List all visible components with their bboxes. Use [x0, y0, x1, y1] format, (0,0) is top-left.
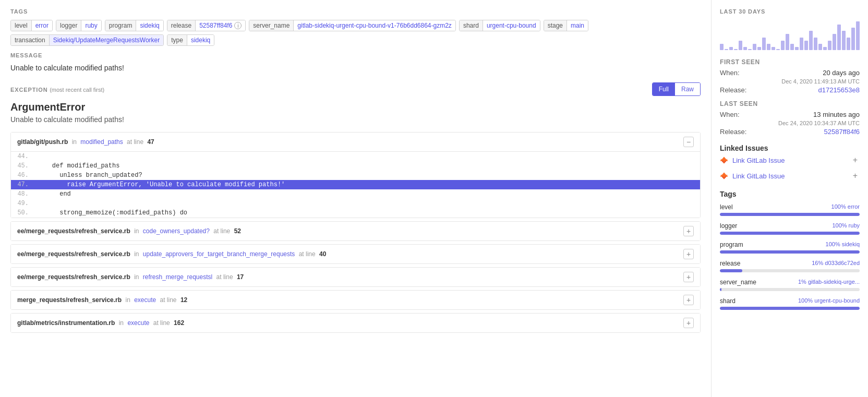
- line-number: 12: [180, 296, 187, 304]
- line-number: 17: [237, 273, 244, 281]
- linked-issue-link[interactable]: Link GitLab Issue: [720, 156, 785, 164]
- tag-key: server_name: [249, 20, 294, 31]
- last-when-date: Dec 24, 2020 10:34:37 AM UTC: [778, 120, 860, 126]
- filename: merge_requests/refresh_service.rb: [17, 296, 122, 304]
- chart-bar: [823, 47, 827, 50]
- tag-bar-track: [720, 307, 860, 310]
- tag-pair-type[interactable]: typesidekiq: [167, 34, 214, 46]
- last-when-key: When:: [720, 111, 740, 118]
- tags-container: levelerrorloggerrubyprogramsidekiqreleas…: [10, 20, 701, 46]
- expand-btn[interactable]: +: [683, 226, 694, 236]
- filename: ee/merge_requests/refresh_service.rb: [17, 250, 130, 258]
- line-number-col: 47.: [11, 181, 37, 188]
- expand-btn[interactable]: +: [683, 295, 694, 305]
- chart-bar: [781, 41, 785, 50]
- tag-bar-header: program100% sidekiq: [720, 241, 860, 248]
- expand-btn[interactable]: +: [683, 249, 694, 259]
- tag-pair-level[interactable]: levelerror: [10, 20, 53, 31]
- last30days-label: LAST 30 DAYS: [720, 8, 860, 15]
- chart-bar: [729, 47, 733, 50]
- add-issue-btn[interactable]: +: [851, 171, 860, 181]
- tag-key: transaction: [11, 35, 50, 45]
- tag-bar-row: shard100% urgent-cpu-bound: [720, 297, 860, 310]
- tag-pair-transaction[interactable]: transactionSidekiq/UpdateMergeRequestsWo…: [10, 34, 164, 46]
- linked-issue-link[interactable]: Link GitLab Issue: [720, 172, 785, 180]
- tag-pair-logger[interactable]: loggerruby: [56, 20, 102, 31]
- func-name: code_owners_updated?: [143, 227, 210, 235]
- chart-bar: [833, 34, 836, 50]
- chart-bar: [720, 44, 724, 50]
- tags-section: TAGS levelerrorloggerrubyprogramsidekiqr…: [10, 8, 701, 46]
- linked-issues-label: Linked Issues: [720, 144, 768, 152]
- line-number-col: 49.: [11, 200, 37, 207]
- code-line: 44.: [11, 152, 700, 161]
- stack-frame-header[interactable]: gitlab/git/push.rb in modified_paths at …: [11, 133, 700, 151]
- tag-bar-value[interactable]: 100% urgent-cpu-bound: [798, 297, 860, 305]
- tag-bar-track: [720, 213, 860, 216]
- tag-bar-value[interactable]: 100% sidekiq: [826, 241, 860, 248]
- collapse-btn[interactable]: −: [683, 137, 694, 147]
- info-icon[interactable]: i: [234, 22, 242, 29]
- tag-pair-release[interactable]: release52587ff84f6i: [167, 20, 246, 31]
- last-when-date-row: Dec 24, 2020 10:34:37 AM UTC: [720, 120, 860, 126]
- tag-pair-stage[interactable]: stagemain: [544, 20, 588, 31]
- stack-frame-header[interactable]: gitlab/metrics/instrumentation.rb in exe…: [11, 314, 700, 332]
- chart-bar: [842, 31, 846, 50]
- mini-chart: [720, 19, 860, 50]
- last-release-value[interactable]: 52587ff84f6: [824, 128, 860, 136]
- line-number: 52: [234, 227, 241, 235]
- tag-key: shard: [460, 20, 483, 31]
- message-text: Unable to calculate modified paths!: [10, 64, 701, 72]
- sidebar: LAST 30 DAYS FIRST SEEN When: 20 days ag…: [712, 0, 868, 397]
- linked-issue-label[interactable]: Link GitLab Issue: [732, 172, 785, 180]
- stack-frame-header[interactable]: ee/merge_requests/refresh_service.rb in …: [11, 268, 700, 286]
- error-message-text: Unable to calculate modified paths!: [10, 115, 701, 124]
- tag-value[interactable]: sidekiq: [136, 20, 163, 31]
- exception-section: EXCEPTION (most recent call first) Full …: [10, 82, 701, 333]
- tag-key: level: [11, 20, 32, 31]
- stack-frame: gitlab/metrics/instrumentation.rb in exe…: [10, 313, 701, 333]
- exception-label: EXCEPTION: [10, 87, 48, 93]
- tag-bar-fill: [720, 213, 860, 216]
- tag-bar-header: level100% error: [720, 203, 860, 211]
- tag-value[interactable]: Sidekiq/UpdateMergeRequestsWorker: [50, 35, 164, 45]
- tag-value[interactable]: sidekiq: [187, 35, 214, 45]
- func-name: execute: [127, 319, 149, 327]
- expand-btn[interactable]: +: [683, 318, 694, 328]
- stack-frame-header[interactable]: ee/merge_requests/refresh_service.rb in …: [11, 245, 700, 263]
- stack-frame-header[interactable]: merge_requests/refresh_service.rb in exe…: [11, 291, 700, 309]
- tag-value[interactable]: ruby: [81, 20, 101, 31]
- chart-bar: [767, 44, 770, 50]
- tag-bar-header: release16% d033d6c72ed: [720, 260, 860, 267]
- stack-frame: ee/merge_requests/refresh_service.rb in …: [10, 221, 701, 241]
- tag-bar-value[interactable]: 16% d033d6c72ed: [812, 260, 860, 267]
- tag-key: type: [167, 35, 187, 45]
- first-release-value[interactable]: d17215653e8: [818, 86, 860, 94]
- tag-bar-value[interactable]: 1% gitlab-sidekiq-urge...: [798, 279, 860, 286]
- tag-value[interactable]: urgent-cpu-bound: [483, 20, 540, 31]
- chart-bar: [800, 38, 803, 50]
- tag-pair-shard[interactable]: shardurgent-cpu-bound: [459, 20, 540, 31]
- tag-pair-server_name[interactable]: server_namegitlab-sidekiq-urgent-cpu-bou…: [249, 20, 456, 31]
- tag-bar-value[interactable]: 100% ruby: [832, 222, 860, 230]
- tag-value[interactable]: gitlab-sidekiq-urgent-cpu-bound-v1-76b6d…: [294, 20, 455, 31]
- tag-bar-value[interactable]: 100% error: [831, 203, 860, 211]
- line-content: strong_memoize(:modified_paths) do: [37, 209, 700, 216]
- chart-bar: [804, 41, 808, 50]
- last-when-value: 13 minutes ago: [813, 111, 860, 118]
- first-when-date-row: Dec 4, 2020 11:49:13 AM UTC: [720, 78, 860, 85]
- tag-value[interactable]: 52587ff84f6i: [196, 20, 245, 31]
- stack-frame-header[interactable]: ee/merge_requests/refresh_service.rb in …: [11, 222, 700, 240]
- full-btn[interactable]: Full: [653, 83, 675, 95]
- tag-bar-row: logger100% ruby: [720, 222, 860, 235]
- line-content: end: [37, 190, 700, 198]
- tag-pair-program[interactable]: programsidekiq: [105, 20, 164, 31]
- raw-btn[interactable]: Raw: [675, 83, 700, 95]
- first-when-value: 20 days ago: [823, 69, 860, 77]
- tag-value[interactable]: error: [32, 20, 52, 31]
- add-issue-btn[interactable]: +: [851, 155, 860, 165]
- expand-btn[interactable]: +: [683, 272, 694, 282]
- linked-issue-label[interactable]: Link GitLab Issue: [732, 157, 785, 164]
- tag-value[interactable]: main: [567, 20, 588, 31]
- line-number-col: 50.: [11, 209, 37, 216]
